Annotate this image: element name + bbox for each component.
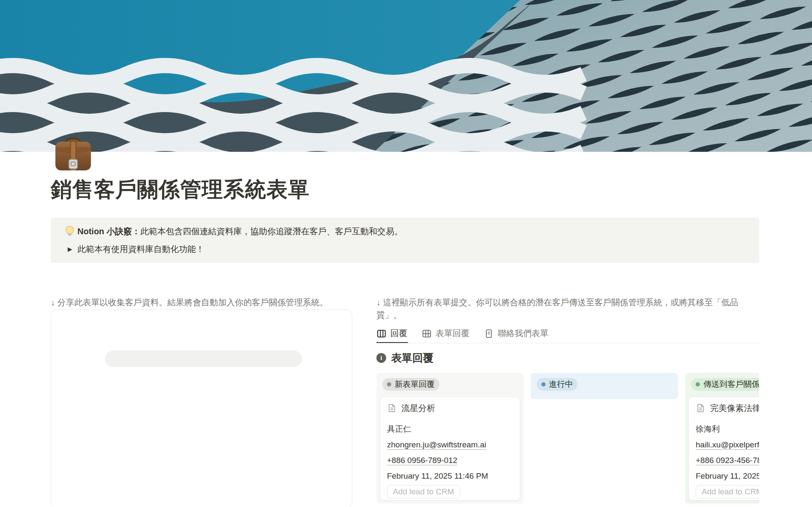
toggle-triangle-icon[interactable]: ▶ — [64, 246, 77, 252]
notion-page: 銷售客戶關係管理系統表單 Notion 小訣竅：此範本包含四個連結資料庫，協助你… — [0, 0, 812, 507]
lead-card[interactable]: 流星分析 具正仁 zhongren.ju@swiftstream.ai +886… — [380, 397, 520, 501]
view-tabs: 回覆 表單回覆 聯 — [376, 328, 549, 343]
group-label: 進行中 — [549, 379, 573, 390]
tab-responses-board[interactable]: 回覆 — [376, 328, 407, 343]
group-label: 新表單回覆 — [395, 379, 435, 390]
status-dot-gray — [387, 382, 391, 386]
share-form-description: ↓ 分享此表單以收集客戶資料。結果將會自動加入你的客戶關係管理系統。 — [51, 296, 352, 309]
submissions-description: ↓ 這裡顯示所有表單提交。你可以將合格的潛在客戶傳送至客戶關係管理系統，或將其移… — [376, 296, 759, 321]
tab-form-responses-table[interactable]: 表單回覆 — [422, 328, 469, 343]
lead-name: 具正仁 — [387, 424, 513, 434]
board-group-sent-to-crm: 傳送到客戶關係管理 完美像素法律事務所 徐海利 — [685, 373, 759, 504]
info-icon: i — [376, 353, 386, 363]
group-label: 傳送到客戶關係管理 — [703, 379, 759, 390]
page-doc-icon — [696, 403, 705, 413]
briefcase-icon — [53, 132, 93, 173]
board-group-new-responses: 新表單回覆 流星分析 具正仁 z — [376, 373, 524, 504]
page-title: 銷售客戶關係管理系統表單 — [51, 177, 310, 202]
tab-label: 回覆 — [390, 328, 407, 339]
table-view-icon — [422, 329, 432, 339]
submissions-column: ↓ 這裡顯示所有表單提交。你可以將合格的潛在客戶傳送至客戶關係管理系統，或將其移… — [376, 296, 759, 507]
lead-name: 徐海利 — [696, 424, 759, 434]
board-view-icon — [376, 329, 387, 339]
board-group-in-progress: 進行中 — [531, 373, 678, 399]
embedded-form-placeholder[interactable] — [51, 310, 352, 507]
share-form-column: ↓ 分享此表單以收集客戶資料。結果將會自動加入你的客戶關係管理系統。 — [51, 296, 352, 309]
tab-label: 表單回覆 — [436, 328, 469, 339]
callout-text: Notion 小訣竅：此範本包含四個連結資料庫，協助你追蹤潛在客戶、客戶互動和交… — [77, 225, 403, 237]
add-lead-to-crm-button[interactable]: Add lead to CRM — [696, 485, 759, 499]
toggle-automation[interactable]: ▶ 此範本有使用資料庫自動化功能！ — [64, 243, 746, 255]
status-dot-blue — [541, 382, 546, 386]
callout-bold-label: Notion 小訣竅： — [77, 227, 140, 236]
form-loading-skeleton — [105, 351, 302, 367]
group-badge-sent-to-crm[interactable]: 傳送到客戶關係管理 — [691, 378, 759, 391]
tab-bar-divider — [376, 343, 759, 343]
section-title: 表單回覆 — [391, 351, 433, 365]
lead-email-link[interactable]: zhongren.ju@swiftstream.ai — [387, 440, 513, 450]
lead-date: February 11, 2025 11:40 PM — [696, 471, 759, 481]
section-header: i 表單回覆 — [376, 351, 433, 365]
page-doc-icon — [387, 403, 396, 413]
group-badge-in-progress[interactable]: 進行中 — [537, 378, 578, 391]
light-bulb-icon — [64, 225, 75, 237]
tab-contact-us-form[interactable]: 聯絡我們表單 — [484, 328, 549, 343]
lead-date: February 11, 2025 11:46 PM — [387, 471, 513, 481]
callout-body-text: 此範本包含四個連結資料庫，協助你追蹤潛在客戶、客戶互動和交易。 — [140, 227, 403, 236]
document-view-icon — [484, 329, 494, 339]
lead-card[interactable]: 完美像素法律事務所 徐海利 haili.xu@pixelperfect.law … — [689, 397, 759, 501]
lead-email-link[interactable]: haili.xu@pixelperfect.law — [696, 440, 759, 450]
tip-callout: Notion 小訣竅：此範本包含四個連結資料庫，協助你追蹤潛在客戶、客戶互動和交… — [51, 218, 759, 263]
tab-label: 聯絡我們表單 — [498, 328, 549, 339]
page-icon-briefcase[interactable] — [53, 132, 93, 173]
add-lead-to-crm-button[interactable]: Add lead to CRM — [387, 485, 460, 499]
toggle-label: 此範本有使用資料庫自動化功能！ — [77, 243, 204, 255]
page-content: 銷售客戶關係管理系統表單 Notion 小訣竅：此範本包含四個連結資料庫，協助你… — [51, 0, 759, 507]
lead-phone-link[interactable]: +886 0923-456-789 — [696, 455, 759, 466]
status-dot-green — [696, 382, 700, 386]
card-title: 流星分析 — [401, 403, 435, 414]
card-title: 完美像素法律事務所 — [710, 403, 759, 414]
group-badge-new-responses[interactable]: 新表單回覆 — [382, 378, 439, 391]
lead-phone-link[interactable]: +886 0956-789-012 — [387, 455, 513, 466]
